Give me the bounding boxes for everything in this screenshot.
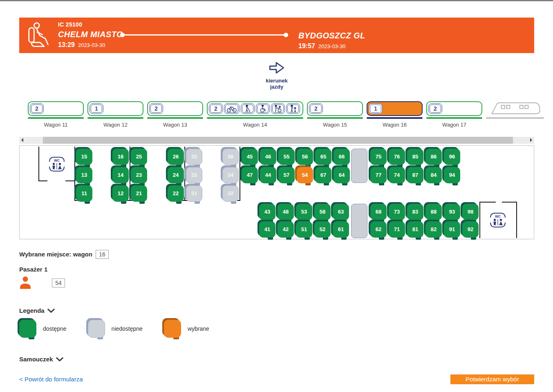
- wc-icon: WC: [47, 155, 66, 175]
- seat-88[interactable]: 88: [425, 204, 442, 220]
- seat-36: 36: [222, 149, 239, 165]
- wagon-11: 2Wagon 11: [28, 101, 84, 128]
- seat-54[interactable]: 54: [297, 167, 313, 183]
- seat-75[interactable]: 75: [370, 149, 387, 165]
- seat-82[interactable]: 82: [425, 221, 442, 238]
- seat-83[interactable]: 83: [407, 204, 423, 220]
- passenger-seat-icon: [25, 22, 51, 51]
- legend-item-available: dostępne: [19, 320, 67, 338]
- seat-81[interactable]: 81: [407, 221, 423, 238]
- legend-item-selected: wybrane: [164, 320, 209, 338]
- legend-toggle[interactable]: Legenda: [19, 307, 534, 314]
- wagon-underline: [207, 117, 303, 119]
- blind-passenger-icon: [241, 103, 255, 114]
- seat-64[interactable]: 64: [334, 167, 350, 183]
- seat-93[interactable]: 93: [444, 204, 460, 220]
- seat-58[interactable]: 58: [314, 204, 331, 220]
- wagon-tile-16[interactable]: 1: [367, 101, 423, 116]
- legend-label: dostępne: [43, 325, 67, 332]
- seat-94[interactable]: 94: [444, 167, 460, 183]
- wagon-label: Wagon 13: [147, 122, 203, 128]
- seat-34: 34: [222, 167, 239, 183]
- tutorial-title: Samouczek: [19, 356, 53, 363]
- wagon-tile-17[interactable]: 2: [426, 101, 482, 116]
- seat-13[interactable]: 13: [76, 167, 92, 183]
- seat-84[interactable]: 84: [425, 167, 442, 183]
- seat-63[interactable]: 63: [333, 204, 349, 220]
- wagon-tile-12[interactable]: 1: [87, 101, 143, 116]
- wagon-label: Wagon 14: [207, 122, 303, 128]
- seat-class-icon: 1: [369, 103, 383, 114]
- seat-55[interactable]: 55: [278, 149, 295, 165]
- seat-77[interactable]: 77: [370, 167, 387, 183]
- seat-52[interactable]: 52: [314, 221, 331, 238]
- seat-12[interactable]: 12: [112, 185, 129, 202]
- seat-21[interactable]: 21: [131, 185, 147, 202]
- wagon-tile-15[interactable]: 2: [307, 101, 363, 116]
- seat-56[interactable]: 56: [297, 149, 313, 165]
- seat-73[interactable]: 73: [389, 204, 405, 220]
- interior-wall: [38, 180, 47, 181]
- seat-26[interactable]: 26: [168, 149, 184, 165]
- scroll-left-arrow[interactable]: [21, 138, 23, 142]
- selected-seat-value: 54: [52, 278, 65, 287]
- seat-66[interactable]: 66: [334, 149, 350, 165]
- seat-53[interactable]: 53: [296, 204, 312, 220]
- wagon-tile-11[interactable]: 2: [28, 101, 84, 116]
- seat-25[interactable]: 25: [131, 149, 147, 165]
- seat-65[interactable]: 65: [315, 149, 331, 165]
- seat-98[interactable]: 98: [462, 204, 479, 220]
- seat-47[interactable]: 47: [242, 167, 258, 183]
- tutorial-toggle[interactable]: Samouczek: [19, 356, 534, 363]
- seat-41[interactable]: 41: [259, 221, 275, 238]
- seat-57[interactable]: 57: [278, 167, 295, 183]
- seat-35: 35: [186, 149, 202, 165]
- seat-43[interactable]: 43: [259, 204, 275, 220]
- seat-91[interactable]: 91: [444, 221, 460, 238]
- seat-85[interactable]: 85: [407, 149, 423, 165]
- seat-11[interactable]: 11: [76, 185, 92, 202]
- scrollbar-thumb[interactable]: [43, 137, 513, 144]
- seat-24[interactable]: 24: [168, 167, 184, 183]
- seat-92[interactable]: 92: [462, 221, 479, 238]
- seat-15[interactable]: 15: [76, 149, 92, 165]
- seat-22[interactable]: 22: [168, 185, 184, 202]
- wagon-16: 1Wagon 16: [367, 101, 423, 128]
- origin-time: 13:29: [58, 41, 75, 48]
- seat-51[interactable]: 51: [296, 221, 312, 238]
- confirm-selection-button[interactable]: Potwierdzam wybór: [450, 374, 534, 384]
- seat-74[interactable]: 74: [389, 167, 405, 183]
- seat-48[interactable]: 48: [278, 204, 294, 220]
- selected-wagon-value: 16: [96, 250, 109, 259]
- direction-arrow-icon: [267, 70, 286, 77]
- wagon-underline: [87, 117, 143, 119]
- seat-86[interactable]: 86: [425, 149, 442, 165]
- seat-42[interactable]: 42: [278, 221, 294, 238]
- seat-class-icon: 2: [149, 103, 163, 114]
- seat-87[interactable]: 87: [407, 167, 423, 183]
- origin-station: CHELM MIASTO: [58, 30, 123, 39]
- wagon-tile-14[interactable]: 2: [207, 101, 303, 116]
- seat-67[interactable]: 67: [315, 167, 331, 183]
- origin-date: 2023-03-30: [78, 42, 105, 48]
- legend-item-unavailable: niedostępne: [88, 320, 143, 338]
- seat-62[interactable]: 62: [370, 221, 387, 238]
- seat-16[interactable]: 16: [112, 149, 129, 165]
- seat-46[interactable]: 46: [260, 149, 276, 165]
- wagon-underline: [147, 117, 203, 119]
- seat-44[interactable]: 44: [260, 167, 276, 183]
- legend-label: niedostępne: [112, 325, 143, 332]
- seat-68[interactable]: 68: [370, 204, 387, 220]
- seat-96[interactable]: 96: [444, 149, 460, 165]
- seat-61[interactable]: 61: [333, 221, 349, 238]
- seat-71[interactable]: 71: [389, 221, 405, 238]
- luggage-rack: [351, 149, 367, 183]
- wagon-tile-13[interactable]: 2: [147, 101, 203, 116]
- back-to-form-link[interactable]: < Powrót do formularza: [19, 376, 83, 383]
- scroll-right-arrow[interactable]: [530, 138, 532, 142]
- seat-76[interactable]: 76: [389, 149, 405, 165]
- seat-14[interactable]: 14: [112, 167, 129, 183]
- wagon-label: Wagon 16: [367, 122, 423, 128]
- seat-23[interactable]: 23: [131, 167, 147, 183]
- seat-45[interactable]: 45: [242, 149, 258, 165]
